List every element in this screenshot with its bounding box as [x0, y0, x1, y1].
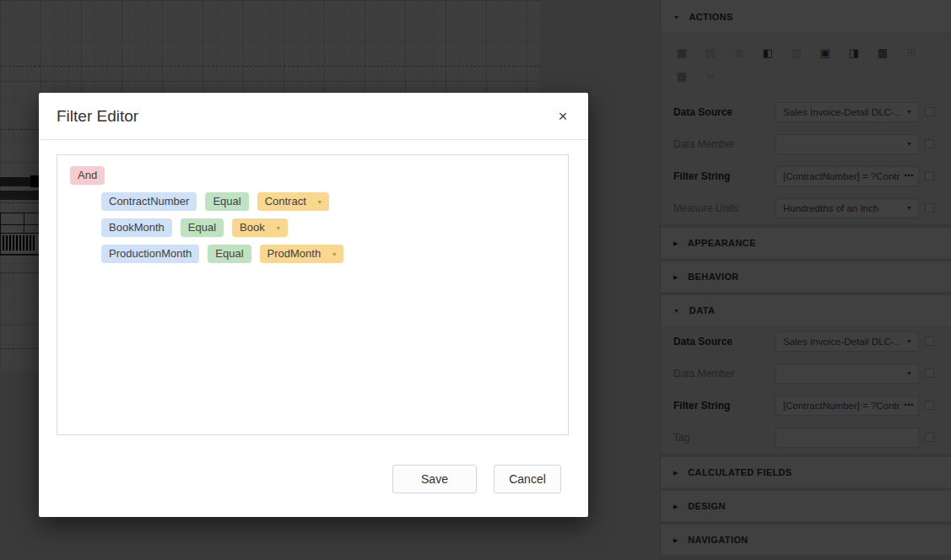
condition-value-pill[interactable]: Book▾ — [232, 218, 288, 237]
title-separator — [39, 139, 588, 140]
filter-condition-row: ContractNumberEqualContract▾ — [101, 192, 568, 211]
condition-field-pill[interactable]: ProductionMonth — [101, 245, 199, 263]
condition-value-text: Contract — [265, 195, 306, 207]
condition-operator-pill[interactable]: Equal — [205, 192, 248, 211]
condition-value-pill[interactable]: Contract▾ — [257, 192, 329, 211]
condition-operator-pill[interactable]: Equal — [181, 218, 224, 237]
filter-condition-row: BookMonthEqualBook▾ — [101, 218, 568, 237]
condition-value-text: Book — [240, 221, 265, 234]
filter-condition-row: ProductionMonthEqualProdMonth▾ — [101, 245, 568, 263]
condition-operator-pill[interactable]: Equal — [208, 245, 251, 263]
group-operator-pill[interactable]: And — [70, 166, 105, 185]
save-button[interactable]: Save — [392, 465, 477, 493]
dialog-title: Filter Editor — [57, 93, 138, 139]
chevron-down-icon[interactable]: ▾ — [332, 245, 336, 264]
condition-field-pill[interactable]: ContractNumber — [101, 192, 197, 211]
condition-field-pill[interactable]: BookMonth — [101, 218, 172, 237]
filter-builder: And ContractNumberEqualContract▾ BookMon… — [57, 154, 569, 435]
report-designer-app: { "colors": { "overlay": "rgba(0,0,0,0.7… — [0, 0, 951, 560]
condition-value-text: ProdMonth — [267, 247, 322, 260]
chevron-down-icon[interactable]: ▾ — [277, 219, 280, 238]
condition-value-pill[interactable]: ProdMonth▾ — [260, 245, 344, 263]
filter-editor-dialog: Filter Editor × And ContractNumberEqualC… — [39, 93, 588, 517]
cancel-button[interactable]: Cancel — [494, 465, 561, 493]
close-icon[interactable]: × — [553, 106, 573, 127]
chevron-down-icon[interactable]: ▾ — [318, 193, 322, 212]
